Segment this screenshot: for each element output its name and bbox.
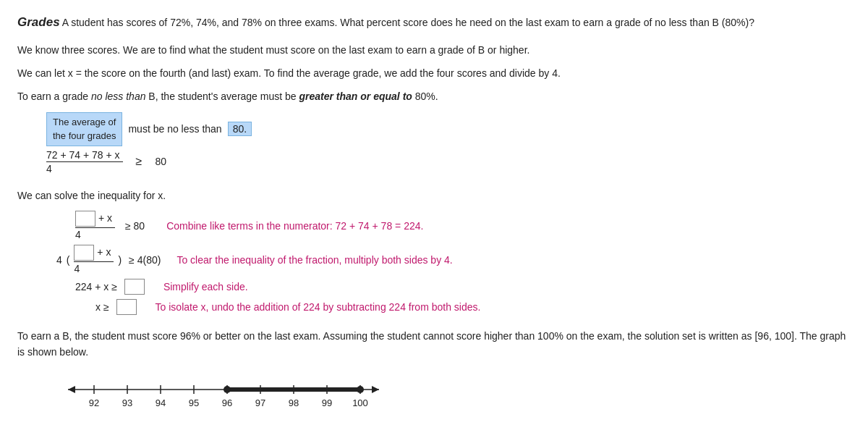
svg-text:97: 97: [255, 397, 265, 408]
step-1-row: + x 4 ≥ 80 Combine like terms in the num…: [75, 211, 851, 240]
step3-box[interactable]: [124, 279, 145, 295]
problem-text: A student has scores of 72%, 74%, and 78…: [62, 17, 754, 28]
fraction-numerator: 72 + 74 + 78 + x: [46, 149, 123, 162]
number-line-section: 92 93 94 95 96 97 98 99 100: [17, 374, 851, 417]
step3-description: Simplify each side.: [163, 281, 248, 293]
svg-text:94: 94: [156, 397, 166, 408]
step1-box[interactable]: [75, 211, 95, 227]
step2-geq: ≥ 4(80): [129, 254, 161, 266]
title-word: Grades: [17, 15, 60, 29]
step1-geq: ≥ 80: [125, 220, 145, 232]
number-line-wrap: 92 93 94 95 96 97 98 99 100: [61, 374, 851, 417]
step4-description: To isolate x, undo the addition of 224 b…: [156, 301, 481, 313]
conclusion: To earn a B, the student must score 96% …: [17, 328, 851, 361]
step2-box[interactable]: [74, 245, 94, 261]
svg-text:95: 95: [189, 397, 199, 408]
step2-fraction: + x 4: [74, 245, 114, 274]
step-3-row: 224 + x ≥ Simplify each side.: [75, 279, 851, 295]
fraction-denominator: 4: [46, 162, 52, 174]
svg-text:100: 100: [352, 397, 368, 408]
main-fraction: 72 + 74 + 78 + x 4: [46, 149, 123, 174]
must-be-text: must be no less than: [128, 123, 221, 135]
step4-box[interactable]: [116, 299, 137, 315]
fraction-inequality: 72 + 74 + 78 + x 4 ≥ 80: [46, 149, 851, 174]
step2-numerator: + x: [74, 245, 114, 262]
svg-text:99: 99: [322, 397, 332, 408]
step2-coeff: 4: [56, 254, 62, 266]
svg-point-13: [224, 386, 231, 393]
svg-text:96: 96: [222, 397, 232, 408]
step1-description: Combine like terms in the numerator: 72 …: [166, 220, 423, 232]
paragraph-3: To earn a grade no less than B, the stud…: [17, 88, 851, 104]
geq-symbol: ≥: [136, 155, 142, 168]
svg-marker-1: [68, 386, 75, 393]
step2-denominator: 4: [74, 262, 80, 274]
svg-marker-2: [372, 386, 379, 393]
must-be-line: The average ofthe four grades must be no…: [46, 112, 851, 146]
highlight-label: The average ofthe four grades: [46, 112, 122, 146]
step1-denominator: 4: [75, 228, 81, 240]
step2-description: To clear the inequality of the fraction,…: [176, 254, 452, 266]
step-4-row: x ≥ To isolate x, undo the addition of 2…: [95, 299, 851, 315]
step1-fraction: + x 4: [75, 211, 115, 240]
solve-intro: We can solve the inequality for x.: [17, 188, 851, 203]
svg-point-14: [357, 386, 364, 393]
highlight-80: 80.: [228, 122, 252, 136]
step3-left: 224 + x ≥: [75, 281, 117, 293]
svg-text:92: 92: [89, 397, 99, 408]
problem-statement: Grades A student has scores of 72%, 74%,…: [17, 13, 851, 32]
number-line-svg: 92 93 94 95 96 97 98 99 100: [61, 374, 393, 417]
svg-rect-12: [227, 387, 360, 392]
paragraph-2: We can let x = the score on the fourth (…: [17, 65, 851, 81]
step4-left: x ≥: [95, 301, 109, 313]
step1-numerator: + x: [75, 211, 115, 228]
svg-text:93: 93: [122, 397, 132, 408]
rhs-value: 80: [155, 156, 166, 167]
svg-text:98: 98: [289, 397, 299, 408]
paragraph-1: We know three scores. We are to find wha…: [17, 42, 851, 58]
step-2-row: 4 ( + x 4 ) ≥ 4(80) To clear the inequal…: [56, 245, 851, 274]
